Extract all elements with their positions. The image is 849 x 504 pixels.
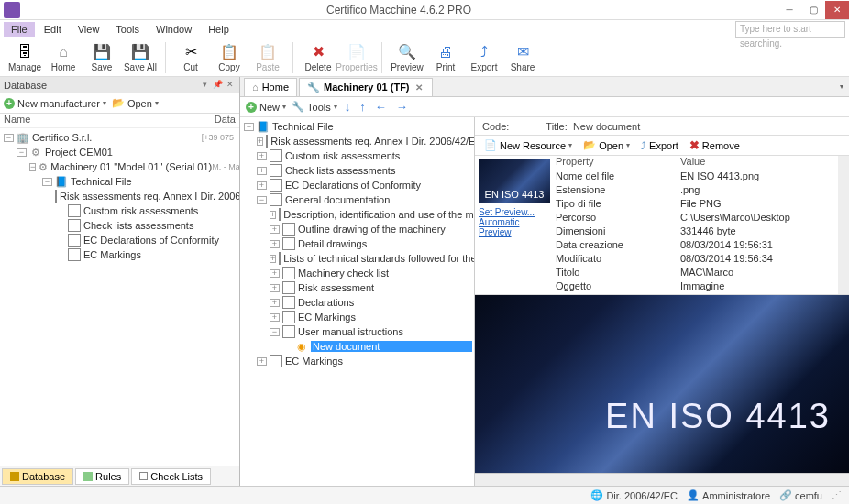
tree-node-manufacturer[interactable]: −🏢Certifico S.r.l.[+39 075 (0, 130, 239, 145)
property-row[interactable]: Data creazione08/03/2014 19:56:31 (552, 239, 838, 253)
tree-node-general-docs[interactable]: −General documentation (240, 192, 474, 207)
maximize-button[interactable]: ▢ (801, 1, 825, 19)
new-manufacturer-button[interactable]: +New manufacturer▾ (4, 98, 106, 109)
tree-node[interactable]: +Outline drawing of the machinery (240, 222, 474, 236)
menu-view[interactable]: View (71, 22, 107, 37)
detail-open-button[interactable]: 📂Open▾ (579, 138, 634, 152)
tree-node[interactable]: +EC Markings (240, 310, 474, 324)
detail-remove-button[interactable]: ✖Remove (686, 137, 744, 153)
tree-node-machinery[interactable]: −⚙Machinery 01 "Model 01" (Serial 01)M. … (0, 159, 239, 174)
saveall-button[interactable]: 💾Save All (123, 41, 158, 74)
col-data[interactable]: Data (190, 114, 236, 127)
col-property[interactable]: Property (552, 156, 680, 170)
menu-window[interactable]: Window (149, 22, 199, 37)
tab-checklists[interactable]: Check Lists (131, 468, 211, 485)
new-resource-button[interactable]: 📄New Resource▾ (480, 138, 576, 152)
tabs-dropdown-icon[interactable]: ▾ (840, 82, 849, 91)
print-button[interactable]: 🖨Print (428, 41, 463, 74)
tree-node[interactable]: +Lists of technical standards followed f… (240, 251, 474, 266)
tree-node-ec-markings[interactable]: EC Markings (0, 247, 239, 262)
tree-node[interactable]: +Declarations (240, 295, 474, 310)
scrollbar[interactable] (838, 156, 849, 294)
tree-node[interactable]: +EC Markings (240, 354, 474, 368)
tree-node-checklists[interactable]: Check lists assessments (0, 218, 239, 233)
home-button[interactable]: ⌂Home (46, 41, 81, 74)
main-toolbar: 🗄Manage ⌂Home 💾Save 💾Save All ✂Cut 📋Copy… (0, 38, 849, 77)
tree-node[interactable]: +Risk assessment (240, 280, 474, 295)
status-connection[interactable]: cemfu (795, 490, 822, 501)
resize-grip-icon[interactable]: ⋰ (832, 489, 842, 501)
detail-export-button[interactable]: ⤴Export (637, 139, 682, 152)
menu-tools[interactable]: Tools (108, 22, 147, 37)
menubar: File Edit View Tools Window Help Type he… (0, 20, 849, 38)
status-user[interactable]: Amministratore (702, 490, 770, 501)
property-row[interactable]: OggettoImmagine (552, 280, 838, 294)
tree-node-custom-risk[interactable]: Custom risk assessments (0, 203, 239, 218)
nav-right-icon[interactable]: → (394, 100, 410, 114)
tree-node-root[interactable]: −📘Technical File (240, 119, 474, 134)
col-value[interactable]: Value (680, 156, 838, 170)
horizontal-scrollbar[interactable] (475, 473, 849, 486)
share-button[interactable]: ✉Share (505, 41, 540, 74)
tree-node[interactable]: +Description, identification and use of … (240, 207, 474, 222)
tree-node-techfile[interactable]: −📘Technical File (0, 174, 239, 189)
status-directive[interactable]: Dir. 2006/42/EC (606, 490, 678, 501)
property-row[interactable]: Tipo di fileFile PNG (552, 198, 838, 212)
col-name[interactable]: Name (4, 114, 190, 127)
property-row[interactable]: Estensione.png (552, 184, 838, 198)
property-row[interactable]: Nome del fileEN ISO 4413.png (552, 170, 838, 184)
menu-help[interactable]: Help (201, 22, 237, 37)
property-row[interactable]: TitoloMAC\Marco (552, 267, 838, 280)
auto-preview-link[interactable]: Automatic Preview (479, 217, 548, 237)
db-open-button[interactable]: 📂Open▾ (112, 97, 159, 109)
property-row[interactable]: PercorsoC:\Users\Marco\Desktop (552, 212, 838, 225)
document-icon (282, 325, 295, 338)
tree-node[interactable]: +Machinery check list (240, 266, 474, 280)
paste-button[interactable]: 📋Paste (250, 41, 285, 74)
tree-node[interactable]: +Check lists assessments (240, 163, 474, 178)
doc-new-button[interactable]: +New▾ (246, 102, 286, 113)
tree-node[interactable]: +EC Declarations of Conformity (240, 178, 474, 192)
doc-tools-button[interactable]: 🔧Tools▾ (292, 101, 337, 113)
menu-file[interactable]: File (4, 22, 35, 37)
tree-node[interactable]: +Risk assessments req. Annex I Dir. 2006… (240, 134, 474, 148)
tab-close-icon[interactable]: ✕ (413, 82, 424, 93)
tree-node-user-manual[interactable]: −User manual istructions (240, 324, 474, 339)
search-input[interactable]: Type here to start searching. (735, 21, 845, 38)
title-value: New document (573, 121, 640, 132)
property-row[interactable]: Dimensioni331446 byte (552, 225, 838, 239)
tab-rules[interactable]: Rules (75, 468, 129, 485)
cut-button[interactable]: ✂Cut (173, 41, 208, 74)
nav-down-icon[interactable]: ↓ (343, 100, 353, 114)
tree-node-ec-declarations[interactable]: EC Declarations of Conformity (0, 233, 239, 247)
preview-button[interactable]: 🔍Preview (390, 41, 424, 74)
tab-database[interactable]: Database (2, 468, 73, 485)
save-button[interactable]: 💾Save (84, 41, 119, 74)
minimize-button[interactable]: ─ (777, 1, 801, 19)
property-row[interactable]: Modificato08/03/2014 19:56:34 (552, 253, 838, 267)
database-icon (10, 472, 19, 481)
nav-up-icon[interactable]: ↑ (358, 100, 368, 114)
tree-node-new-document[interactable]: ◉New document (240, 339, 474, 354)
panel-pin-icon[interactable]: 📌 (212, 80, 223, 91)
copy-button[interactable]: 📋Copy (212, 41, 247, 74)
gear-icon: ⚙ (29, 146, 42, 159)
doc-tab-home[interactable]: ⌂Home (244, 78, 297, 96)
statusbar: 🌐Dir. 2006/42/EC 👤Amministratore 🔗cemfu … (0, 486, 849, 504)
panel-close-icon[interactable]: ✕ (225, 80, 236, 91)
tree-node-risk-assessments[interactable]: Risk assessments req. Annex I Dir. 2006/… (0, 189, 239, 203)
tree-node[interactable]: +Detail drawings (240, 236, 474, 251)
nav-left-icon[interactable]: ← (373, 100, 389, 114)
properties-button[interactable]: 📄Properties (339, 41, 374, 74)
set-preview-link[interactable]: Set Preview... (479, 207, 548, 217)
tree-node-project[interactable]: −⚙Project CEM01 (0, 145, 239, 159)
menu-edit[interactable]: Edit (37, 22, 69, 37)
doc-tab-machinery[interactable]: 🔧Machinery 01 (TF)✕ (299, 78, 433, 96)
delete-button[interactable]: ✖Delete (301, 41, 336, 74)
new-resource-icon: 📄 (484, 139, 497, 151)
close-button[interactable]: ✕ (825, 1, 849, 19)
manage-button[interactable]: 🗄Manage (7, 41, 42, 74)
tree-node[interactable]: +Custom risk assessments (240, 148, 474, 163)
export-button[interactable]: ⤴Export (467, 41, 502, 74)
panel-dropdown-icon[interactable]: ▾ (199, 80, 210, 91)
